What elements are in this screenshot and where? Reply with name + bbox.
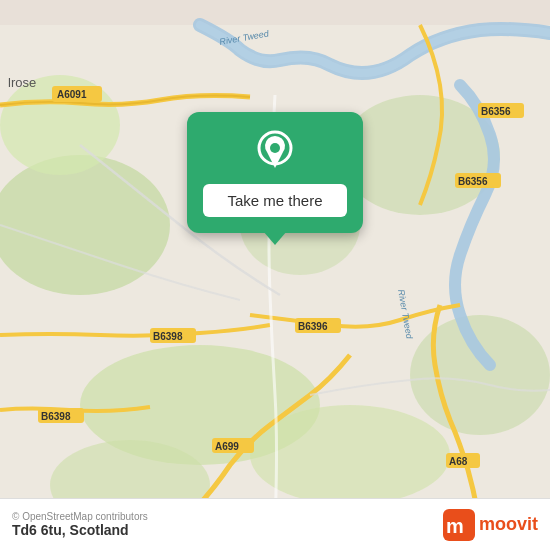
svg-text:m: m (446, 515, 464, 537)
location-pin-icon (253, 130, 297, 174)
svg-text:B6356: B6356 (481, 106, 511, 117)
take-me-there-button[interactable]: Take me there (203, 184, 347, 217)
svg-text:A68: A68 (449, 456, 468, 467)
svg-point-30 (270, 143, 280, 153)
map-background: A6091 B6356 B6356 B6398 B6396 B6398 A699… (0, 0, 550, 550)
svg-text:B6398: B6398 (153, 331, 183, 342)
popup-card: Take me there (187, 112, 363, 233)
svg-text:A6091: A6091 (57, 89, 87, 100)
location-name: Td6 6tu, Scotland (12, 522, 148, 538)
moovit-icon: m (443, 509, 475, 541)
svg-text:B6396: B6396 (298, 321, 328, 332)
moovit-text: moovit (479, 514, 538, 535)
svg-text:A699: A699 (215, 441, 239, 452)
osm-credit: © OpenStreetMap contributors (12, 511, 148, 522)
svg-text:B6356: B6356 (458, 176, 488, 187)
moovit-logo: m moovit (443, 509, 538, 541)
bottom-bar: © OpenStreetMap contributors Td6 6tu, Sc… (0, 498, 550, 550)
svg-text:lrose: lrose (8, 75, 36, 90)
location-info: © OpenStreetMap contributors Td6 6tu, Sc… (12, 511, 148, 538)
map-container: A6091 B6356 B6356 B6398 B6396 B6398 A699… (0, 0, 550, 550)
svg-text:B6398: B6398 (41, 411, 71, 422)
svg-point-5 (410, 315, 550, 435)
